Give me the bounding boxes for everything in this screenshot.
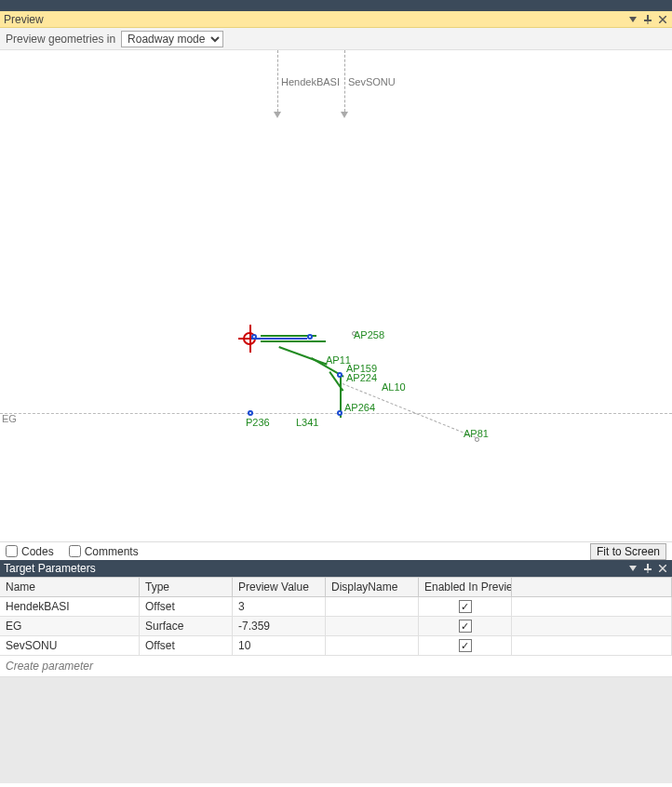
- cell-type[interactable]: Surface: [140, 617, 233, 635]
- enabled-checkbox[interactable]: [459, 620, 472, 633]
- blue-node: [251, 334, 257, 340]
- eg-baseline: [0, 413, 672, 414]
- preview-toolbar: Preview geometries in Roadway mode: [0, 28, 672, 50]
- preview-mode-label: Preview geometries in: [6, 33, 115, 46]
- col-preview[interactable]: Preview Value: [233, 578, 326, 596]
- point-label: AP81: [464, 428, 489, 439]
- cell-display[interactable]: [326, 597, 419, 616]
- svg-marker-6: [629, 566, 637, 571]
- eg-axis-label: EG: [2, 413, 17, 424]
- cell-name[interactable]: SevSONU: [0, 636, 140, 655]
- fit-to-screen-button[interactable]: Fit to Screen: [590, 543, 666, 560]
- svg-rect-3: [648, 21, 649, 24]
- point-label: AL10: [382, 381, 406, 393]
- col-display[interactable]: DisplayName: [326, 578, 419, 596]
- cell-display[interactable]: [326, 617, 419, 635]
- point-label: AP224: [346, 372, 377, 383]
- enabled-checkbox[interactable]: [459, 639, 472, 652]
- arrow-label: SevSONU: [348, 76, 396, 87]
- target-parameters-table: Name Type Preview Value DisplayName Enab…: [0, 577, 672, 677]
- col-enabled[interactable]: Enabled In Previe: [419, 578, 512, 596]
- empty-area: [0, 677, 672, 783]
- point-label: L341: [296, 417, 318, 428]
- svg-rect-9: [648, 570, 649, 573]
- preview-bottom-bar: Codes Comments Fit to Screen: [0, 541, 672, 560]
- col-type[interactable]: Type: [140, 578, 233, 596]
- blue-node: [337, 372, 343, 378]
- preview-title: Preview: [4, 11, 44, 28]
- assembly-segment: [261, 340, 326, 342]
- pin-icon[interactable]: [642, 14, 653, 25]
- cell-preview[interactable]: 10: [233, 636, 326, 655]
- comments-checkbox[interactable]: Comments: [69, 545, 139, 558]
- point-label: AP264: [344, 402, 375, 413]
- window-top-strip: [0, 0, 672, 11]
- blue-node: [307, 334, 313, 340]
- cell-enabled[interactable]: [419, 597, 512, 616]
- blue-node: [248, 410, 253, 416]
- pin-icon[interactable]: [642, 563, 653, 574]
- col-spacer: [512, 578, 672, 596]
- cell-enabled[interactable]: [419, 636, 512, 655]
- cell-display[interactable]: [326, 636, 419, 655]
- cell-type[interactable]: Offset: [140, 636, 233, 655]
- target-parameters-header: Target Parameters: [0, 560, 672, 577]
- arrow-head-icon: [341, 112, 348, 118]
- cell-preview[interactable]: -7.359: [233, 617, 326, 635]
- table-header-row: Name Type Preview Value DisplayName Enab…: [0, 577, 672, 597]
- create-parameter-row[interactable]: Create parameter: [0, 656, 672, 677]
- col-name[interactable]: Name: [0, 578, 140, 596]
- table-row[interactable]: EGSurface-7.359: [0, 617, 672, 636]
- target-arrow: [277, 50, 278, 112]
- svg-rect-2: [644, 20, 652, 21]
- cell-spacer: [512, 597, 672, 616]
- target-parameters-title: Target Parameters: [4, 560, 96, 577]
- table-row[interactable]: HendekBASIOffset3: [0, 597, 672, 617]
- dropdown-icon[interactable]: [627, 14, 638, 25]
- preview-canvas[interactable]: HendekBASI SevSONU EG AP258 AP11 AP159 A…: [0, 50, 672, 541]
- dropdown-icon[interactable]: [627, 563, 638, 574]
- svg-rect-8: [644, 568, 652, 570]
- assembly-segment: [251, 338, 307, 340]
- enabled-checkbox[interactable]: [459, 600, 472, 613]
- codes-checkbox[interactable]: Codes: [6, 545, 54, 558]
- table-row[interactable]: SevSONUOffset10: [0, 636, 672, 656]
- point-label: P236: [246, 417, 270, 428]
- blue-node: [337, 410, 343, 416]
- cell-spacer: [512, 636, 672, 655]
- target-arrow: [344, 50, 345, 112]
- arrow-head-icon: [274, 112, 281, 118]
- arrow-label: HendekBASI: [281, 76, 340, 87]
- cell-spacer: [512, 617, 672, 635]
- cell-enabled[interactable]: [419, 617, 512, 635]
- cell-name[interactable]: EG: [0, 617, 140, 635]
- preview-mode-select[interactable]: Roadway mode: [121, 31, 223, 47]
- preview-panel-header: Preview: [0, 11, 672, 28]
- point-label: AP258: [354, 329, 384, 340]
- close-icon[interactable]: [657, 563, 668, 574]
- close-icon[interactable]: [657, 14, 668, 25]
- cell-name[interactable]: HendekBASI: [0, 597, 140, 616]
- cell-preview[interactable]: 3: [233, 597, 326, 616]
- cell-type[interactable]: Offset: [140, 597, 233, 616]
- svg-marker-0: [629, 17, 637, 22]
